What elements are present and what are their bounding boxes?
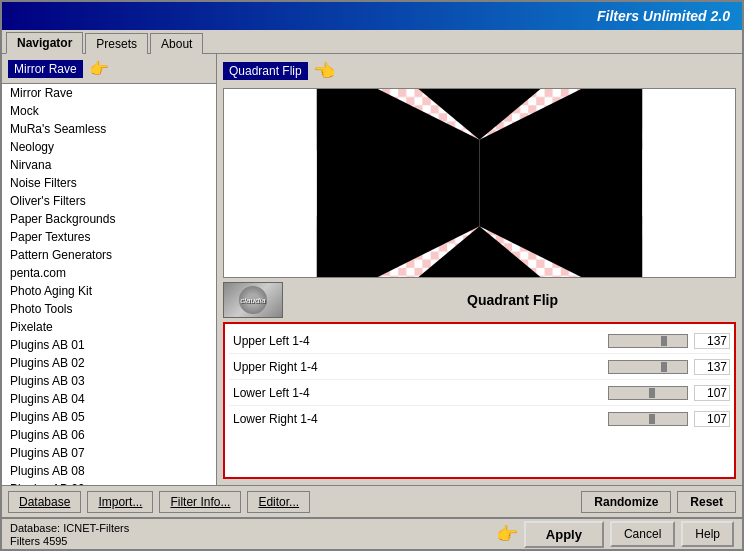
param-slider[interactable] [608, 360, 688, 374]
param-slider[interactable] [608, 334, 688, 348]
randomize-button[interactable]: Randomize [581, 491, 671, 513]
preview-svg [224, 89, 735, 277]
filter-header: Mirror Rave 👉 [2, 54, 216, 84]
param-label: Upper Left 1-4 [229, 334, 608, 348]
database-button[interactable]: Database [8, 491, 81, 513]
filter-item[interactable]: Paper Textures [2, 228, 216, 246]
filter-name-row: claudia Quadrant Flip [223, 282, 736, 318]
filter-item[interactable]: Pixelate [2, 318, 216, 336]
apply-button[interactable]: Apply [524, 521, 604, 548]
tab-bar: Navigator Presets About [2, 30, 742, 54]
hand-right-icon: 👉 [89, 59, 109, 78]
left-panel: Mirror Rave 👉 Mirror RaveMockMuRa's Seam… [2, 54, 217, 485]
filter-item[interactable]: MuRa's Seamless [2, 120, 216, 138]
filter-item[interactable]: Plugins AB 01 [2, 336, 216, 354]
param-value: 137 [694, 333, 730, 349]
selected-category-label: Mirror Rave [8, 60, 83, 78]
filter-item[interactable]: Plugins AB 08 [2, 462, 216, 480]
filter-item[interactable]: Plugins AB 05 [2, 408, 216, 426]
database-status: Database: ICNET-Filters [10, 522, 129, 534]
hand-pointing-icon: 👉 [314, 60, 336, 82]
bottom-toolbar: Database Import... Filter Info... Editor… [2, 485, 742, 517]
param-row: Lower Right 1-4107 [229, 406, 730, 432]
filter-item[interactable]: Noise Filters [2, 174, 216, 192]
param-value: 107 [694, 385, 730, 401]
cancel-button[interactable]: Cancel [610, 521, 675, 547]
params-area: Upper Left 1-4137Upper Right 1-4137Lower… [223, 322, 736, 479]
reset-button[interactable]: Reset [677, 491, 736, 513]
filter-item[interactable]: Neology [2, 138, 216, 156]
filters-count: 4595 [43, 535, 67, 547]
logo-text: claudia [240, 296, 265, 305]
preview-area [223, 88, 736, 278]
selected-filter-name-label: Quadrant Flip [223, 62, 308, 80]
param-label: Lower Left 1-4 [229, 386, 608, 400]
param-row: Lower Left 1-4107 [229, 380, 730, 406]
filter-item[interactable]: Mirror Rave [2, 84, 216, 102]
main-content: Mirror Rave 👉 Mirror RaveMockMuRa's Seam… [2, 54, 742, 485]
param-label: Lower Right 1-4 [229, 412, 608, 426]
filter-item[interactable]: Plugins AB 04 [2, 390, 216, 408]
tab-about[interactable]: About [150, 33, 203, 54]
tab-navigator[interactable]: Navigator [6, 32, 83, 54]
filter-item[interactable]: Plugins AB 02 [2, 354, 216, 372]
param-label: Upper Right 1-4 [229, 360, 608, 374]
param-slider[interactable] [608, 386, 688, 400]
filters-status: Filters 4595 [10, 535, 129, 547]
filter-item[interactable]: Photo Tools [2, 300, 216, 318]
right-panel: Quadrant Flip 👉 [217, 54, 742, 485]
param-value: 137 [694, 359, 730, 375]
param-slider[interactable] [608, 412, 688, 426]
filter-item[interactable]: Plugins AB 03 [2, 372, 216, 390]
filter-item[interactable]: Nirvana [2, 156, 216, 174]
editor-button[interactable]: Editor... [247, 491, 310, 513]
filter-title: Quadrant Flip [289, 292, 736, 308]
title-bar: Filters Unlimited 2.0 [2, 2, 742, 30]
filter-item[interactable]: Pattern Generators [2, 246, 216, 264]
filter-item[interactable]: Plugins AB 07 [2, 444, 216, 462]
apply-hand-icon: 👉 [496, 523, 518, 545]
filter-item[interactable]: Mock [2, 102, 216, 120]
filter-item[interactable]: Oliver's Filters [2, 192, 216, 210]
filter-item[interactable]: Paper Backgrounds [2, 210, 216, 228]
main-window: Filters Unlimited 2.0 Navigator Presets … [0, 0, 744, 551]
tab-presets[interactable]: Presets [85, 33, 148, 54]
import-button[interactable]: Import... [87, 491, 153, 513]
param-row: Upper Right 1-4137 [229, 354, 730, 380]
help-button[interactable]: Help [681, 521, 734, 547]
filter-item[interactable]: Photo Aging Kit [2, 282, 216, 300]
param-value: 107 [694, 411, 730, 427]
filter-list[interactable]: Mirror RaveMockMuRa's SeamlessNeologyNir… [2, 84, 216, 485]
title-bar-text: Filters Unlimited 2.0 [597, 8, 730, 24]
status-bar: Database: ICNET-Filters Filters 4595 👉 A… [2, 517, 742, 549]
param-row: Upper Left 1-4137 [229, 328, 730, 354]
filter-item[interactable]: penta.com [2, 264, 216, 282]
filter-info-button[interactable]: Filter Info... [159, 491, 241, 513]
filter-logo: claudia [223, 282, 283, 318]
filter-item[interactable]: Plugins AB 06 [2, 426, 216, 444]
apply-btn-area: 👉 Apply Cancel Help [496, 521, 734, 548]
